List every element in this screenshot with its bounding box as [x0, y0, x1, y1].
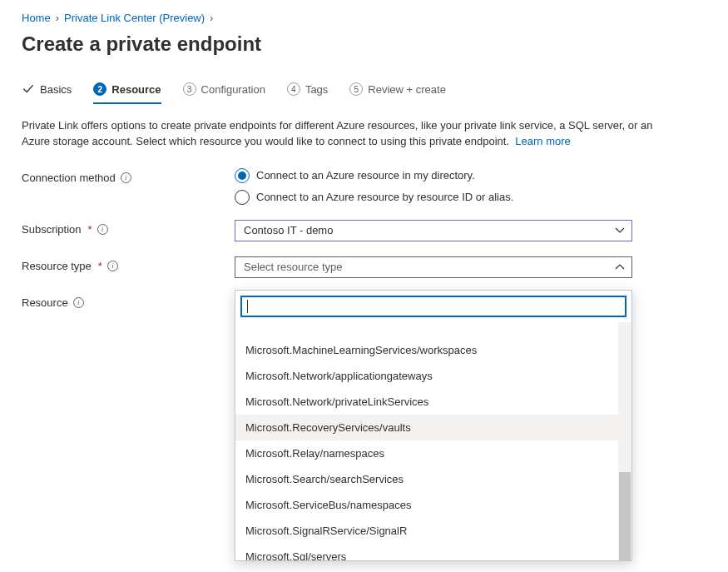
dropdown-item[interactable]: Microsoft.Sql/servers — [235, 544, 631, 560]
tab-description: Private Link offers options to create pr… — [22, 118, 654, 150]
chevron-down-icon — [615, 226, 625, 236]
label-resource: Resource — [22, 296, 68, 309]
learn-more-link[interactable]: Learn more — [515, 135, 570, 147]
tab-label: Review + create — [368, 83, 446, 96]
dropdown-item[interactable]: Microsoft.Relay/namespaces — [235, 440, 631, 466]
scrollbar-track[interactable] — [618, 322, 631, 560]
step-number: 2 — [93, 82, 106, 96]
label-resource-type: Resource type — [22, 260, 92, 272]
check-icon — [22, 82, 35, 96]
label-connection-method: Connection method — [22, 172, 116, 184]
row-resource-type: Resource type * i Select resource type — [22, 256, 706, 278]
select-subscription[interactable]: Contoso IT - demo — [235, 220, 632, 241]
step-number: 5 — [349, 82, 363, 96]
select-placeholder: Select resource type — [244, 261, 343, 273]
tab-review-create[interactable]: 5 Review + create — [349, 82, 446, 104]
dropdown-item[interactable]: Microsoft.RecoveryServices/vaults — [235, 415, 631, 440]
dropdown-item[interactable]: Microsoft.Search/searchServices — [235, 466, 631, 492]
scrollbar-thumb[interactable] — [619, 472, 631, 560]
tab-basics[interactable]: Basics — [22, 82, 72, 104]
breadcrumb-home[interactable]: Home — [22, 12, 51, 24]
dropdown-item[interactable]: Microsoft.SignalRService/SignalR — [235, 518, 631, 544]
step-number: 3 — [183, 82, 196, 96]
tab-label: Tags — [305, 83, 328, 96]
row-subscription: Subscription * i Contoso IT - demo — [22, 220, 706, 241]
dropdown-item[interactable]: Microsoft.Network/privateLinkServices — [235, 389, 631, 415]
tab-resource[interactable]: 2 Resource — [93, 82, 161, 104]
select-resource-type[interactable]: Select resource type — [235, 256, 632, 278]
tab-label: Configuration — [201, 83, 265, 96]
tab-tags[interactable]: 4 Tags — [287, 82, 328, 104]
page-title: Create a private endpoint — [22, 32, 706, 56]
required-indicator: * — [98, 260, 102, 272]
dropdown-item[interactable]: Microsoft.MachineLearningServices/worksp… — [235, 337, 631, 363]
tab-configuration[interactable]: 3 Configuration — [183, 82, 265, 104]
dropdown-item[interactable]: Microsoft.ServiceBus/namespaces — [235, 492, 631, 518]
dropdown-search-input[interactable] — [240, 296, 626, 317]
tab-label: Resource — [111, 83, 161, 96]
dropdown-item-truncated[interactable] — [235, 322, 631, 337]
dropdown-list: Microsoft.MachineLearningServices/worksp… — [235, 322, 631, 560]
radio-group-connection-method: Connect to an Azure resource in my direc… — [235, 168, 632, 205]
info-icon[interactable]: i — [97, 224, 108, 235]
breadcrumb-private-link-center[interactable]: Private Link Center (Preview) — [64, 12, 205, 24]
breadcrumb: Home › Private Link Center (Preview) › — [22, 12, 706, 24]
info-icon[interactable]: i — [107, 261, 118, 271]
chevron-right-icon: › — [210, 12, 213, 24]
chevron-up-icon — [615, 262, 625, 272]
radio-icon — [235, 168, 250, 183]
text-caret — [247, 300, 248, 313]
radio-connect-in-directory[interactable]: Connect to an Azure resource in my direc… — [235, 168, 632, 183]
dropdown-item[interactable]: Microsoft.Network/applicationgateways — [235, 363, 631, 389]
dropdown-resource-type: Microsoft.MachineLearningServices/worksp… — [235, 290, 632, 561]
label-subscription: Subscription — [22, 223, 82, 236]
step-number: 4 — [287, 82, 300, 96]
radio-label: Connect to an Azure resource in my direc… — [256, 169, 475, 182]
info-icon[interactable]: i — [121, 172, 131, 183]
tab-label: Basics — [40, 83, 72, 96]
radio-label: Connect to an Azure resource by resource… — [256, 191, 513, 203]
wizard-tabs: Basics 2 Resource 3 Configuration 4 Tags… — [22, 82, 706, 105]
select-value: Contoso IT - demo — [244, 224, 333, 236]
info-icon[interactable]: i — [73, 297, 84, 308]
radio-icon — [235, 190, 250, 205]
chevron-right-icon: › — [56, 12, 59, 24]
required-indicator: * — [88, 223, 92, 236]
row-connection-method: Connection method i Connect to an Azure … — [22, 168, 706, 205]
radio-connect-by-id[interactable]: Connect to an Azure resource by resource… — [235, 190, 632, 205]
